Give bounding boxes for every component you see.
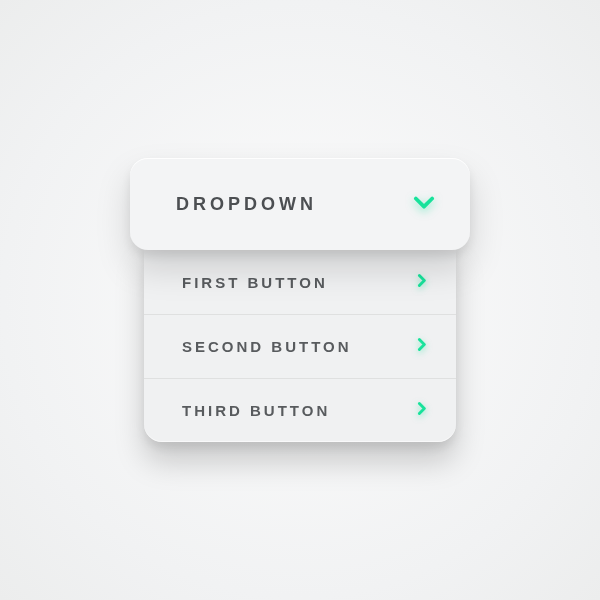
dropdown-widget: DROPDOWN FIRST BUTTON SECOND BUTTON <box>130 158 470 442</box>
dropdown-toggle[interactable]: DROPDOWN <box>130 158 470 250</box>
menu-item-label: THIRD BUTTON <box>182 402 413 419</box>
menu-item-second[interactable]: SECOND BUTTON <box>144 314 456 378</box>
dropdown-label: DROPDOWN <box>176 194 410 215</box>
dropdown-menu: FIRST BUTTON SECOND BUTTON THIRD BUTTON <box>144 244 456 442</box>
chevron-right-icon <box>413 272 430 293</box>
menu-item-label: FIRST BUTTON <box>182 274 413 291</box>
menu-item-label: SECOND BUTTON <box>182 338 413 355</box>
menu-item-first[interactable]: FIRST BUTTON <box>144 250 456 314</box>
chevron-down-icon <box>410 188 438 220</box>
menu-item-third[interactable]: THIRD BUTTON <box>144 378 456 442</box>
chevron-right-icon <box>413 336 430 357</box>
chevron-right-icon <box>413 400 430 421</box>
